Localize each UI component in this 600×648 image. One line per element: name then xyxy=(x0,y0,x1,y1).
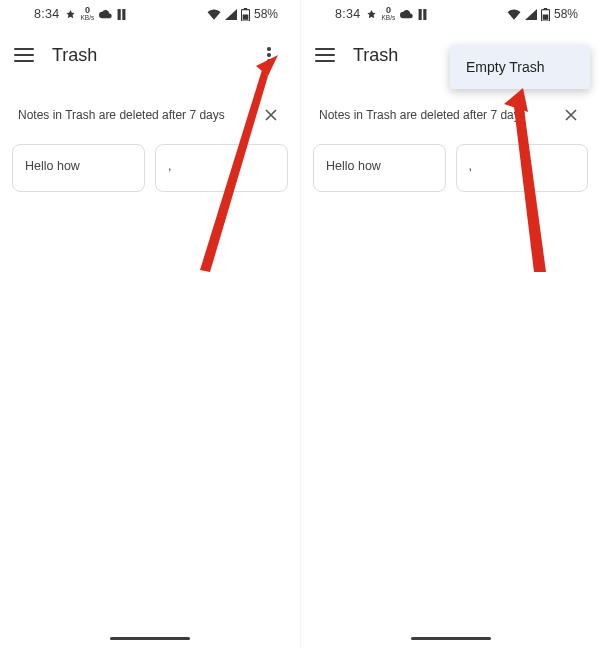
note-card[interactable]: , xyxy=(456,144,589,192)
app-bar: Trash xyxy=(0,28,300,82)
svg-rect-0 xyxy=(118,9,121,20)
battery-percent: 58% xyxy=(554,7,578,21)
svg-rect-7 xyxy=(419,9,422,20)
status-app-icon xyxy=(65,9,76,20)
note-card[interactable]: Hello how xyxy=(12,144,145,192)
signal-icon xyxy=(525,9,537,20)
notes-grid: Hello how , xyxy=(0,136,300,200)
info-banner: Notes in Trash are deleted after 7 days xyxy=(0,82,300,136)
cloud-icon xyxy=(400,9,413,19)
wifi-icon xyxy=(207,9,221,20)
notes-grid: Hello how , xyxy=(301,136,600,200)
menu-item-label: Empty Trash xyxy=(466,59,545,75)
empty-trash-menu-item[interactable]: Empty Trash xyxy=(450,45,590,89)
note-card[interactable]: Hello how xyxy=(313,144,446,192)
status-bar: 8:34 0 KB/s 58% xyxy=(0,0,300,28)
svg-rect-8 xyxy=(424,9,427,20)
overflow-menu-button[interactable] xyxy=(258,44,280,66)
phone-screenshot-left: 8:34 0 KB/s 58% xyxy=(0,0,300,648)
info-banner: Notes in Trash are deleted after 7 days xyxy=(301,82,600,136)
banner-text: Notes in Trash are deleted after 7 days xyxy=(18,108,252,122)
battery-percent: 58% xyxy=(254,7,278,21)
battery-icon xyxy=(241,8,250,21)
close-icon[interactable] xyxy=(560,104,582,126)
menu-icon[interactable] xyxy=(315,48,335,62)
note-card[interactable]: , xyxy=(155,144,288,192)
menu-icon[interactable] xyxy=(14,48,34,62)
phone-screenshot-right: 8:34 0 KB/s 58% xyxy=(300,0,600,648)
signal-icon xyxy=(225,9,237,20)
status-netspeed: 0 KB/s xyxy=(382,6,396,22)
status-bar: 8:34 0 KB/s 58% xyxy=(301,0,600,28)
status-netspeed: 0 KB/s xyxy=(81,6,95,22)
close-icon[interactable] xyxy=(260,104,282,126)
status-misc-icon xyxy=(418,9,427,20)
svg-rect-1 xyxy=(123,9,126,20)
status-misc-icon xyxy=(117,9,126,20)
status-time: 8:34 xyxy=(335,7,361,21)
home-indicator[interactable] xyxy=(110,637,190,641)
status-app-icon xyxy=(366,9,377,20)
home-indicator[interactable] xyxy=(411,637,491,641)
svg-rect-11 xyxy=(543,14,549,19)
wifi-icon xyxy=(507,9,521,20)
page-title: Trash xyxy=(52,45,240,66)
svg-rect-4 xyxy=(243,14,249,19)
status-time: 8:34 xyxy=(34,7,60,21)
banner-text: Notes in Trash are deleted after 7 days xyxy=(319,108,552,122)
battery-icon xyxy=(541,8,550,21)
cloud-icon xyxy=(99,9,112,19)
